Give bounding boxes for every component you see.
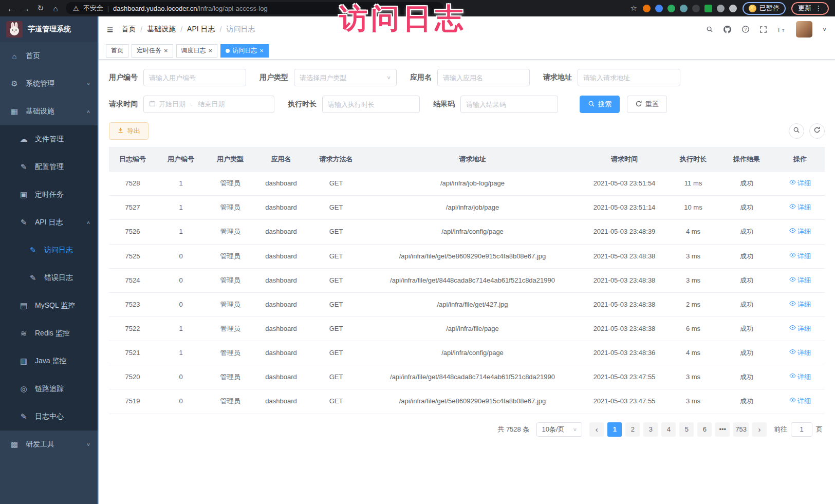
detail-link[interactable]: 详细	[789, 251, 811, 262]
sidebar-item-label: 日志中心	[35, 412, 64, 421]
sidebar-item-api-log[interactable]: ✎API 日志∧	[0, 209, 98, 236]
breadcrumb-item[interactable]: 基础设施	[147, 25, 176, 34]
sidebar-item-file-management[interactable]: ☁文件管理	[0, 125, 98, 153]
page-button-4[interactable]: 4	[661, 422, 676, 437]
sidebar-item-trace[interactable]: ◎链路追踪	[0, 375, 98, 403]
user-type-input[interactable]	[300, 74, 383, 82]
tab-home[interactable]: 首页	[106, 44, 128, 58]
result-code-input[interactable]	[466, 101, 552, 108]
tab-scheduled-tasks[interactable]: 定时任务×	[132, 44, 173, 58]
trace-eye-icon: ◎	[18, 384, 29, 394]
home-icon[interactable]: ⌂	[51, 4, 60, 13]
chevron-down-icon[interactable]: ∨	[822, 26, 827, 32]
browser-update-button[interactable]: 更新 ⋮	[791, 2, 829, 15]
bookmark-star-icon[interactable]: ☆	[630, 4, 637, 13]
refresh-table-button[interactable]	[809, 123, 825, 139]
extension-icon[interactable]	[643, 5, 651, 12]
page-button-1[interactable]: 1	[607, 422, 622, 437]
extension-icon[interactable]	[655, 5, 663, 12]
tab-label: 定时任务	[137, 46, 161, 55]
font-size-icon[interactable]: TT	[777, 26, 786, 33]
detail-link[interactable]: 详细	[789, 372, 811, 382]
page-button-3[interactable]: 3	[643, 422, 658, 437]
paused-badge[interactable]: 已暂停	[743, 2, 786, 15]
sidebar-item-infrastructure[interactable]: ▦基础设施∧	[0, 98, 98, 125]
next-page-button[interactable]: ›	[752, 422, 767, 437]
avatar[interactable]	[796, 21, 812, 38]
extension-icon[interactable]	[704, 5, 712, 12]
hamburger-icon[interactable]: ≡	[107, 24, 113, 35]
extension-icon[interactable]	[680, 5, 688, 12]
extension-icon[interactable]	[692, 5, 700, 12]
user-id-field[interactable]	[143, 69, 246, 86]
result-code-field[interactable]	[460, 96, 558, 113]
extension-icon[interactable]	[717, 5, 725, 12]
app-logo-row[interactable]: 芋道管理系统	[0, 16, 98, 42]
sidebar-item-log-center[interactable]: ✎日志中心	[0, 403, 98, 431]
detail-link[interactable]: 详细	[789, 178, 811, 189]
reload-icon[interactable]: ↻	[36, 4, 45, 13]
close-icon[interactable]: ×	[259, 47, 264, 54]
log-id-cell: 7526	[109, 220, 156, 244]
sidebar-item-access-log[interactable]: ✎访问日志	[0, 236, 98, 264]
breadcrumb-item[interactable]: 首页	[121, 25, 136, 34]
sidebar-item-config-management[interactable]: ✎配置管理	[0, 153, 98, 181]
request-url-input[interactable]	[583, 74, 675, 82]
forward-icon[interactable]: →	[21, 4, 30, 13]
extension-icon[interactable]	[729, 5, 737, 12]
extension-icon[interactable]	[667, 5, 675, 12]
detail-link[interactable]: 详细	[789, 324, 811, 334]
page-size-select[interactable]: 10条/页 ∨	[536, 422, 582, 437]
user-id-input[interactable]	[149, 74, 240, 82]
app-name-input[interactable]	[443, 74, 524, 82]
sidebar-item-home[interactable]: ⌂首页	[0, 42, 98, 70]
result-cell: 成功	[718, 172, 775, 196]
search-icon[interactable]	[706, 26, 713, 33]
address-bar[interactable]: ⚠ 不安全 | dashboard.yudao.iocoder.cn/infra…	[66, 2, 443, 14]
app-name-field[interactable]	[437, 69, 530, 86]
sidebar-item-scheduled-tasks[interactable]: ▣定时任务	[0, 181, 98, 209]
sidebar-item-error-log[interactable]: ✎错误日志	[0, 264, 98, 292]
detail-link[interactable]: 详细	[789, 227, 811, 237]
duration-field[interactable]	[322, 96, 420, 113]
sidebar-item-system-management[interactable]: ⚙系统管理∨	[0, 70, 98, 98]
goto-page-input[interactable]	[791, 422, 812, 437]
detail-link[interactable]: 详细	[789, 202, 811, 213]
sidebar-item-java-monitor[interactable]: ▥Java 监控	[0, 347, 98, 375]
detail-link[interactable]: 详细	[789, 396, 811, 406]
close-icon[interactable]: ×	[164, 47, 168, 54]
fullscreen-icon[interactable]	[759, 26, 767, 33]
tab-access-log[interactable]: 访问日志×	[220, 44, 269, 58]
detail-link[interactable]: 详细	[789, 275, 811, 286]
page-button-5[interactable]: 5	[679, 422, 694, 437]
duration-input[interactable]	[328, 101, 414, 108]
mysql-monitor-icon: ▤	[18, 301, 29, 310]
request-time-field[interactable]: 开始日期-结束日期	[143, 96, 274, 113]
method-cell: GET	[307, 316, 365, 341]
export-button[interactable]: 导出	[109, 122, 149, 140]
eye-icon	[789, 251, 796, 262]
sidebar-item-dev-tools[interactable]: ▩研发工具∨	[0, 431, 98, 458]
page-button-6[interactable]: 6	[697, 422, 712, 437]
filter-label: 请求地址	[543, 73, 572, 82]
tab-schedule-log[interactable]: 调度日志×	[176, 44, 218, 58]
help-icon[interactable]: ?	[741, 25, 750, 33]
action-cell: 详细	[775, 389, 825, 414]
github-icon[interactable]	[723, 25, 732, 34]
user-type-field[interactable]: ∨	[294, 69, 397, 86]
page-button-2[interactable]: 2	[625, 422, 640, 437]
detail-link[interactable]: 详细	[789, 348, 811, 358]
more-pages-ellipsis[interactable]: •••	[715, 422, 730, 437]
reset-button[interactable]: 重置	[627, 96, 667, 113]
sidebar-item-redis-monitor[interactable]: ≋Redis 监控	[0, 320, 98, 347]
page-button-753[interactable]: 753	[733, 422, 749, 437]
search-button[interactable]: 搜索	[580, 96, 620, 113]
toggle-search-button[interactable]	[789, 123, 804, 139]
sidebar-item-mysql-monitor[interactable]: ▤MySQL 监控	[0, 292, 98, 320]
request-url-field[interactable]	[578, 69, 680, 86]
close-icon[interactable]: ×	[209, 47, 213, 54]
prev-page-button[interactable]: ‹	[589, 422, 604, 437]
breadcrumb-item[interactable]: API 日志	[187, 25, 215, 34]
back-icon[interactable]: ←	[6, 4, 15, 13]
detail-link[interactable]: 详细	[789, 300, 811, 310]
